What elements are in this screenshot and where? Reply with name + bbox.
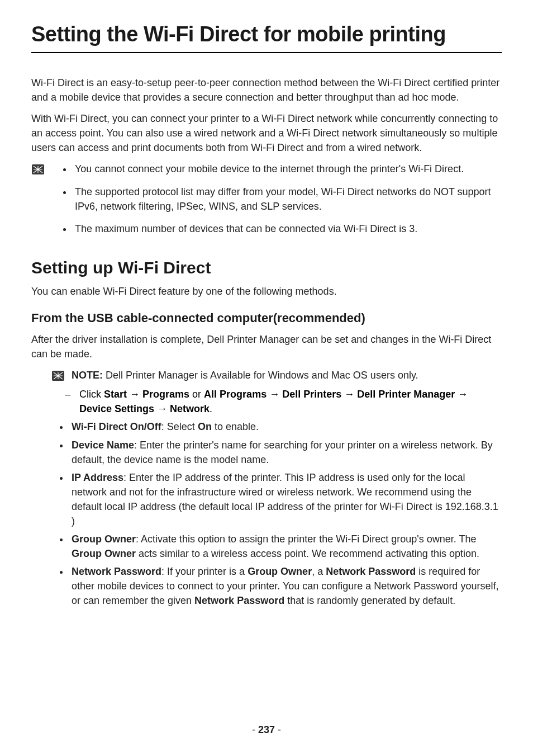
path-start: Start	[104, 389, 127, 400]
note-text: NOTE: Dell Printer Manager is Available …	[72, 368, 502, 382]
arrow-icon: →	[266, 389, 282, 400]
page-number-value: 237	[258, 724, 275, 735]
path-prefix: Click	[79, 389, 104, 400]
setting-label: Group Owner	[72, 533, 136, 545]
setting-text: : Activate this option to assign the pri…	[136, 533, 476, 545]
path-dellpm: Dell Printer Manager	[357, 389, 455, 400]
setting-text: : Select	[161, 421, 198, 432]
setting-text: : If your printer is a	[161, 566, 248, 577]
note-line: NOTE: Dell Printer Manager is Available …	[31, 368, 502, 382]
subsection-heading: From the USB cable-connected computer(re…	[31, 311, 502, 325]
note-icon	[51, 369, 65, 382]
path-network: Network	[170, 403, 210, 414]
path-dellprinters: Dell Printers	[282, 389, 341, 400]
setting-item-group-owner: Group Owner: Activate this option to ass…	[69, 532, 502, 561]
setting-item-wifi-direct: Wi-Fi Direct On/Off: Select On to enable…	[69, 419, 502, 434]
path-period: .	[210, 403, 212, 414]
note-label: NOTE:	[72, 370, 103, 381]
dash-marker: –	[65, 387, 70, 416]
arrow-icon: →	[127, 389, 142, 400]
page-dash: -	[252, 724, 258, 735]
page-dash: -	[275, 724, 281, 735]
setting-text: that is randomly generated by default.	[284, 595, 455, 606]
setting-label: IP Address	[72, 472, 123, 483]
note-content: Dell Printer Manager is Available for Wi…	[103, 370, 418, 381]
setting-label: Wi-Fi Direct On/Off	[72, 421, 161, 432]
setting-text: , a	[312, 566, 326, 577]
setting-item-ip-address: IP Address: Enter the IP address of the …	[69, 470, 502, 528]
arrow-icon: →	[455, 389, 468, 400]
setting-inline-bold: Network Password	[194, 595, 284, 606]
path-programs: Programs	[142, 389, 189, 400]
note-icon	[31, 163, 45, 176]
note-item: You cannot connect your mobile device to…	[73, 162, 502, 176]
page-number: - 237 -	[252, 724, 281, 735]
section-heading: Setting up Wi-Fi Direct	[31, 258, 502, 277]
section-intro: You can enable Wi-Fi Direct feature by o…	[31, 284, 502, 299]
path-instruction: – Click Start → Programs or All Programs…	[31, 387, 502, 416]
intro-paragraph-2: With Wi-Fi Direct, you can connect your …	[31, 111, 502, 155]
setting-item-device-name: Device Name: Enter the printer's name fo…	[69, 438, 502, 467]
title-divider	[31, 52, 502, 53]
page-title: Setting the Wi-Fi Direct for mobile prin…	[31, 22, 502, 52]
note-block-1: You cannot connect your mobile device to…	[31, 162, 502, 243]
setting-text: : Enter the IP address of the printer. T…	[72, 472, 498, 527]
path-devset: Device Settings	[79, 403, 154, 414]
setting-item-network-password: Network Password: If your printer is a G…	[69, 564, 502, 608]
setting-text: to enable.	[212, 421, 259, 432]
setting-inline-bold: Group Owner	[248, 566, 312, 577]
intro-paragraph-1: Wi-Fi Direct is an easy-to-setup peer-to…	[31, 75, 502, 105]
note-list-1: You cannot connect your mobile device to…	[53, 162, 502, 243]
setting-label: Device Name	[72, 440, 134, 451]
setting-label: Network Password	[72, 566, 161, 577]
setting-text: : Enter the printer's name for searching…	[72, 440, 493, 465]
setting-inline-bold: Network Password	[326, 566, 416, 577]
setting-value: On	[198, 421, 212, 432]
note-item: The supported protocol list may differ f…	[73, 185, 502, 214]
page-number-container: - 237 -	[0, 724, 533, 736]
path-allprograms: All Programs	[204, 389, 266, 400]
settings-list: Wi-Fi Direct On/Off: Select On to enable…	[31, 419, 502, 608]
subsection-para: After the driver installation is complet…	[31, 332, 502, 361]
arrow-icon: →	[154, 403, 170, 414]
path-content: Click Start → Programs or All Programs →…	[79, 387, 502, 416]
arrow-icon: →	[341, 389, 357, 400]
setting-text: acts similar to a wireless access point.…	[136, 548, 479, 559]
note-item: The maximum number of devices that can b…	[73, 221, 502, 236]
setting-inline-bold: Group Owner	[72, 548, 136, 559]
path-or: or	[189, 389, 204, 400]
